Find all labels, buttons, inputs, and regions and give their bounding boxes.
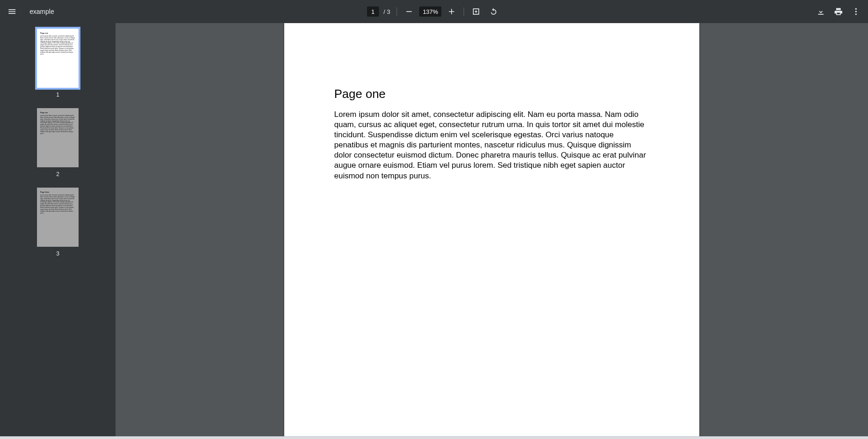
page-separator: / 3	[384, 8, 390, 15]
document-heading: Page one	[334, 87, 649, 101]
minus-icon	[404, 7, 414, 16]
total-pages: 3	[387, 8, 390, 15]
thumbnail-label: 1	[56, 91, 60, 98]
thumbnail-sidebar[interactable]: Page oneLorem ipsum dolor sit amet, cons…	[0, 23, 116, 436]
fit-page-icon	[471, 7, 481, 16]
thumbnail-preview: Page oneLorem ipsum dolor sit amet, cons…	[37, 29, 79, 88]
pdf-toolbar: example / 3	[0, 0, 868, 23]
thumbnail-body: Lorem ipsum dolor sit amet, consectetur …	[40, 36, 75, 55]
main-area: Page oneLorem ipsum dolor sit amet, cons…	[0, 23, 868, 436]
os-taskbar	[0, 436, 868, 439]
download-icon	[816, 7, 825, 16]
rotate-icon	[489, 7, 498, 16]
thumbnail-page-1[interactable]: Page oneLorem ipsum dolor sit amet, cons…	[0, 29, 116, 98]
fit-page-button[interactable]	[469, 4, 483, 19]
print-icon	[834, 7, 843, 16]
menu-button[interactable]	[5, 4, 19, 19]
thumbnail-label: 3	[56, 250, 60, 257]
current-page-input[interactable]	[367, 6, 379, 17]
toolbar-divider-2	[464, 7, 464, 16]
thumbnail-label: 2	[56, 171, 60, 177]
rotate-button[interactable]	[486, 4, 501, 19]
thumbnail-preview: Page threeLorem ipsum dolor sit amet, co…	[37, 188, 79, 247]
thumbnail-title: Page three	[40, 191, 75, 194]
svg-point-2	[855, 13, 856, 15]
svg-point-1	[855, 11, 856, 12]
thumbnail-page-2[interactable]: Page twoLorem ipsum dolor sit amet, cons…	[0, 108, 116, 177]
document-viewer[interactable]: Page one Lorem ipsum dolor sit amet, con…	[116, 23, 868, 436]
thumbnail-page-3[interactable]: Page threeLorem ipsum dolor sit amet, co…	[0, 188, 116, 257]
thumbnail-title: Page two	[40, 112, 75, 114]
zoom-out-button[interactable]	[402, 4, 416, 19]
thumbnail-title: Page one	[40, 32, 75, 35]
svg-point-0	[855, 8, 856, 10]
more-actions-button[interactable]	[849, 4, 863, 19]
menu-icon	[7, 7, 17, 16]
zoom-level-input[interactable]	[419, 6, 441, 17]
document-body: Lorem ipsum dolor sit amet, consectetur …	[334, 110, 649, 181]
thumbnail-body: Lorem ipsum dolor sit amet, consectetur …	[40, 115, 75, 135]
more-vert-icon	[851, 7, 861, 16]
thumbnail-preview: Page twoLorem ipsum dolor sit amet, cons…	[37, 108, 79, 167]
plus-icon	[447, 7, 456, 16]
zoom-in-button[interactable]	[444, 4, 459, 19]
document-filename: example	[30, 8, 54, 15]
download-button[interactable]	[813, 4, 828, 19]
print-button[interactable]	[831, 4, 846, 19]
thumbnail-body: Lorem ipsum dolor sit amet, consectetur …	[40, 195, 75, 214]
document-page: Page one Lorem ipsum dolor sit amet, con…	[284, 23, 699, 436]
toolbar-divider	[397, 7, 397, 16]
